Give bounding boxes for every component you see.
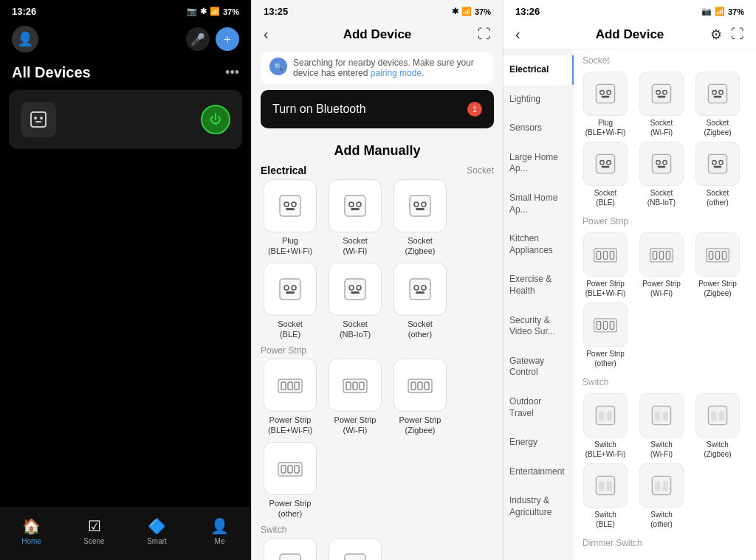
sidebar-industry[interactable]: Industry & Agriculture bbox=[504, 486, 574, 527]
power-button[interactable]: ⏻ bbox=[201, 105, 230, 134]
nav-scene[interactable]: ☑ Scene bbox=[63, 514, 126, 548]
p3-switch-wifi[interactable]: Switch(Wi-Fi) bbox=[636, 393, 687, 459]
socket-other-label: Socket(other) bbox=[408, 319, 433, 340]
settings-icon[interactable]: ⚙ bbox=[710, 27, 722, 43]
p3-switch-other-icon bbox=[639, 463, 684, 508]
p3-switch-zigbee[interactable]: Switch(Zigbee) bbox=[692, 393, 743, 459]
svg-rect-97 bbox=[711, 412, 716, 421]
powerstrip-wifi-label: Power Strip(Wi-Fi) bbox=[334, 415, 377, 436]
nav-smart[interactable]: 🔷 Smart bbox=[126, 514, 188, 548]
sidebar-kitchen[interactable]: Kitchen Appliances bbox=[504, 224, 574, 265]
expand-button[interactable]: ⛶ bbox=[478, 27, 491, 42]
socket-grid-1: Plug(BLE+Wi-Fi) Socket(Wi-Fi) bbox=[261, 179, 494, 257]
svg-rect-23 bbox=[351, 291, 360, 294]
sidebar-small-home[interactable]: Small Home Ap... bbox=[504, 184, 574, 224]
p3-switch-ble-wifi[interactable]: Switch(BLE+Wi-Fi) bbox=[580, 393, 631, 459]
powerstrip-other-icon bbox=[264, 442, 317, 495]
p3-ps-zigbee[interactable]: Power Strip(Zigbee) bbox=[692, 232, 743, 298]
p3-ps-other[interactable]: Power Strip(other) bbox=[580, 303, 631, 368]
socket-nbiot[interactable]: Socket(NB-IoT) bbox=[326, 263, 385, 340]
time-1: 13:26 bbox=[12, 6, 36, 17]
sidebar-large-home[interactable]: Large Home Ap... bbox=[504, 143, 574, 184]
p3-socket-title: Socket bbox=[580, 55, 750, 66]
p3-switch-other[interactable]: Switch(other) bbox=[636, 463, 687, 529]
p3-socket-section: Socket Plug(BLE+Wi-Fi) bbox=[580, 55, 750, 207]
powerstrip-wifi-icon bbox=[329, 359, 382, 412]
p3-socket-zigbee-icon bbox=[695, 72, 740, 116]
powerstrip-ble-wifi[interactable]: Power Strip(BLE+Wi-Fi) bbox=[261, 359, 320, 436]
sidebar-security[interactable]: Security & Video Sur... bbox=[504, 306, 574, 347]
home-label: Home bbox=[21, 537, 41, 545]
svg-point-2 bbox=[40, 117, 43, 120]
switch-item-1[interactable]: Switch bbox=[261, 538, 320, 560]
p3-socket-other[interactable]: Socket(other) bbox=[692, 142, 743, 207]
mic-button[interactable]: 🎤 bbox=[186, 27, 210, 51]
p3-switch-grid: Switch(BLE+Wi-Fi) Switch(Wi-Fi) bbox=[580, 393, 750, 529]
hint-text: Searching for nearby devices. Make sure … bbox=[293, 58, 485, 78]
svg-rect-47 bbox=[345, 554, 365, 560]
electrical-header: Electrical Socket bbox=[261, 165, 494, 176]
plug-ble-wifi[interactable]: Plug(BLE+Wi-Fi) bbox=[261, 179, 320, 257]
sidebar-energy[interactable]: Energy bbox=[504, 428, 574, 457]
p3-powerstrip-section: Power Strip Power Strip(BLE+Wi-Fi) bbox=[580, 216, 750, 368]
sidebar-gateway[interactable]: Gateway Control bbox=[504, 347, 574, 387]
plug-ble-wifi-label: Plug(BLE+Wi-Fi) bbox=[268, 235, 312, 257]
device-card[interactable]: ⏻ bbox=[9, 90, 242, 149]
me-icon: 👤 bbox=[210, 517, 229, 535]
powerstrip-zigbee[interactable]: Power Strip(Zigbee) bbox=[391, 359, 450, 436]
nav-me[interactable]: 👤 Me bbox=[188, 514, 251, 548]
svg-rect-53 bbox=[602, 96, 610, 98]
socket-zigbee[interactable]: Socket(Zigbee) bbox=[391, 179, 450, 257]
socket-ble[interactable]: Socket(BLE) bbox=[261, 263, 320, 340]
sidebar-entertainment[interactable]: Entertainment bbox=[504, 457, 574, 487]
p3-ps-ble-wifi[interactable]: Power Strip(BLE+Wi-Fi) bbox=[580, 232, 631, 298]
sidebar-sensors[interactable]: Sensors bbox=[504, 114, 574, 143]
back-button-3[interactable]: ‹ bbox=[515, 26, 520, 43]
svg-rect-69 bbox=[658, 166, 666, 168]
p3-socket-nbiot[interactable]: Socket(NB-IoT) bbox=[636, 142, 687, 207]
p1-header-right: 🎤 ＋ bbox=[186, 27, 239, 51]
svg-rect-74 bbox=[594, 249, 617, 262]
svg-rect-19 bbox=[286, 291, 295, 294]
more-options-button[interactable]: ••• bbox=[225, 65, 239, 80]
socket-sub-name: Socket bbox=[467, 165, 494, 176]
add-button[interactable]: ＋ bbox=[216, 27, 239, 51]
smart-label: Smart bbox=[147, 537, 167, 545]
sidebar-exercise[interactable]: Exercise & Health bbox=[504, 265, 574, 305]
avatar[interactable]: 👤 bbox=[12, 26, 38, 52]
bluetooth-button[interactable]: Turn on Bluetooth 1 bbox=[261, 90, 494, 128]
socket-nbiot-icon-box bbox=[329, 263, 382, 316]
search-hint: 🔍 Searching for nearby devices. Make sur… bbox=[261, 52, 494, 84]
svg-rect-103 bbox=[655, 482, 660, 491]
p3-plug-ble-wifi[interactable]: Plug(BLE+Wi-Fi) bbox=[580, 72, 631, 137]
p3-socket-wifi[interactable]: Socket(Wi-Fi) bbox=[636, 72, 687, 137]
p3-ps-wifi[interactable]: Power Strip(Wi-Fi) bbox=[636, 232, 687, 298]
socket-wifi[interactable]: Socket(Wi-Fi) bbox=[326, 179, 385, 257]
svg-rect-28 bbox=[278, 379, 302, 393]
nav-home[interactable]: 🏠 Home bbox=[0, 514, 63, 548]
socket-wifi-icon-box bbox=[329, 179, 382, 232]
home-icon: 🏠 bbox=[22, 517, 41, 535]
pairing-mode-link[interactable]: pairing mode bbox=[371, 68, 422, 78]
sidebar-electrical[interactable]: Electrical bbox=[504, 55, 574, 85]
p3-switch-ble[interactable]: Switch(BLE) bbox=[580, 463, 631, 529]
socket-other[interactable]: Socket(other) bbox=[391, 263, 450, 340]
powerstrip-other[interactable]: Power Strip(other) bbox=[261, 442, 320, 519]
panel-all-devices: 13:26 📷 ✱ 📶 37% 👤 🎤 ＋ All Devices ••• bbox=[0, 0, 251, 560]
p3-socket-zigbee[interactable]: Socket(Zigbee) bbox=[692, 72, 743, 137]
powerstrip-wifi[interactable]: Power Strip(Wi-Fi) bbox=[326, 359, 385, 436]
expand-icon-3[interactable]: ⛶ bbox=[731, 27, 744, 43]
p3-ps-zigbee-label: Power Strip(Zigbee) bbox=[698, 279, 737, 298]
sidebar-lighting[interactable]: Lighting bbox=[504, 85, 574, 114]
p3-ps-ble-wifi-label: Power Strip(BLE+Wi-Fi) bbox=[585, 279, 626, 298]
status-bar-3: 13:26 📷 📶 37% bbox=[504, 0, 756, 20]
back-button-2[interactable]: ‹ bbox=[264, 26, 269, 43]
switch-icon-2 bbox=[329, 538, 382, 560]
svg-rect-36 bbox=[408, 379, 432, 393]
svg-rect-12 bbox=[410, 196, 430, 216]
p3-socket-ble[interactable]: Socket(BLE) bbox=[580, 142, 631, 207]
sidebar-outdoor[interactable]: Outdoor Travel bbox=[504, 387, 574, 428]
panel-add-device-middle: 13:25 ✱ 📶 37% ‹ Add Device ⛶ 🔍 Searching… bbox=[251, 0, 504, 560]
battery-3: 37% bbox=[728, 7, 744, 16]
switch-item-2[interactable]: Switch bbox=[326, 538, 385, 560]
